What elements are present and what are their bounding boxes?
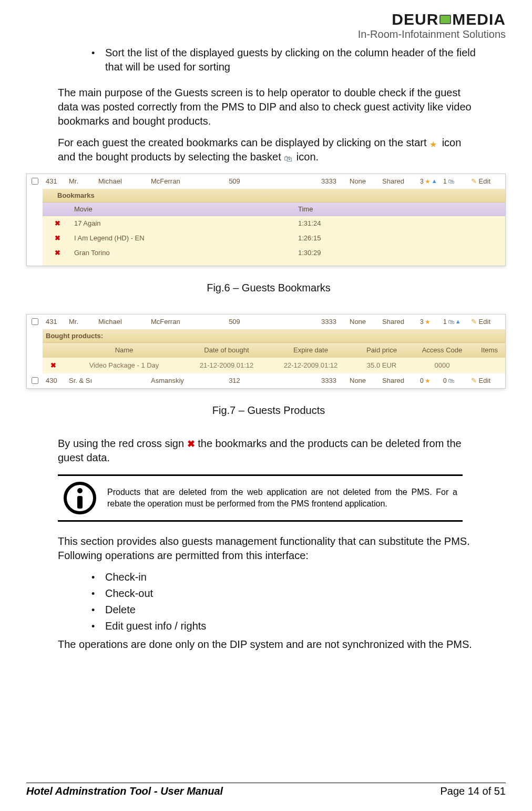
bookmark-time: 1:30:29 [298,248,403,258]
basket-icon: 🛍 [284,153,293,163]
header-logo: DEUR MEDIA In-Room-Infotainment Solution… [26,11,506,40]
svg-rect-2 [77,496,83,509]
products-badge[interactable]: 0🛍 [443,377,454,385]
para-sync-note: The operations are done only on the DIP … [58,637,479,652]
up-arrow-icon: ▲ [432,177,437,185]
bullet-sort: Sort the list of the displayed guests by… [105,46,479,74]
star-icon: ★ [425,377,431,385]
col-price[interactable]: Paid price [353,346,411,355]
guest-shared: Shared [379,177,417,186]
guest-salutation: Mr. [66,317,95,327]
bookmark-time: 1:26:15 [298,234,403,243]
para-icons: For each guest the created bookmarks can… [58,136,479,164]
delete-icon[interactable]: ✖ [43,361,64,370]
footer-title: Hotel Adminstration Tool - User Manual [26,785,223,797]
para-red-cross-a: By using the red cross sign [58,438,187,449]
edit-link[interactable]: ✎Edit [463,317,495,327]
row-checkbox[interactable] [32,377,38,384]
basket-icon: 🛍 [448,377,454,385]
up-arrow-icon: ▲ [455,318,461,326]
product-code: 0000 [411,361,474,370]
guest-room: 312 [206,376,263,386]
guest-first: Michael [95,177,148,186]
col-time[interactable]: Time [298,205,403,214]
footer-page: Page 14 of 51 [440,785,506,797]
guest-last: McFerran [148,177,206,186]
products-badge[interactable]: 1🛍▲ [443,318,461,326]
brand-tagline: In-Room-Infotainment Solutions [26,28,506,40]
pencil-icon: ✎ [471,177,477,186]
op-delete: Delete [105,603,479,617]
pencil-icon: ✎ [471,317,477,327]
guest-shared: Shared [379,376,417,386]
guest-id: 430 [43,376,66,386]
col-date[interactable]: Date of bought [185,346,269,355]
op-checkout: Check-out [105,586,479,601]
edit-link[interactable]: ✎Edit [463,177,495,186]
col-code[interactable]: Access Code [411,346,474,355]
figure-7-screenshot: 431 Mr. Michael McFerran 509 3333 None S… [26,314,506,389]
basket-icon: 🛍 [448,177,454,186]
row-checkbox[interactable] [32,318,38,325]
guest-shared: Shared [379,317,417,327]
op-edit: Edit guest info / rights [105,619,479,633]
edit-link[interactable]: ✎Edit [463,376,495,386]
col-expire[interactable]: Expire date [269,346,353,355]
guest-id: 431 [43,317,66,327]
basket-icon: 🛍 [448,318,454,326]
svg-point-1 [77,488,83,493]
bookmark-movie: I Am Legend (HD) - EN [72,234,298,243]
page-content: Sort the list of the displayed guests by… [26,46,506,652]
brand-pre: DEUR [392,11,438,28]
guest-num: 3333 [318,317,346,327]
para-icons-a: For each guest the created bookmarks can… [58,137,429,148]
product-row: ✖ Video Package - 1 Day 21-12-2009 01:12… [43,358,505,373]
col-items[interactable]: Items [474,346,505,355]
star-icon: ★ [429,139,439,148]
col-movie[interactable]: Movie [72,205,298,214]
bookmark-row: ✖ Gran Torino 1:30:29 [43,246,505,260]
products-badge[interactable]: 1🛍 [443,177,454,186]
delete-icon[interactable]: ✖ [43,219,72,228]
row-checkbox[interactable] [32,178,38,185]
bookmarks-badge[interactable]: 0★ [420,377,431,385]
guest-room: 509 [206,177,263,186]
delete-icon[interactable]: ✖ [43,234,72,243]
delete-icon[interactable]: ✖ [43,248,72,258]
product-expire: 22-12-2009 01:12 [269,361,353,370]
page-footer: Hotel Adminstration Tool - User Manual P… [26,783,506,797]
figure-7-caption: Fig.7 – Guests Products [58,403,479,418]
red-cross-icon: ✖ [187,439,195,449]
bookmark-movie: 17 Again [72,219,298,228]
star-icon: ★ [425,177,431,186]
products-section-title: Bought products: [43,329,505,343]
bookmarks-section-title: Bookmarks [43,189,505,202]
guest-salutation: Sr. & Sı [66,376,95,386]
guest-none: None [346,177,379,186]
product-date: 21-12-2009 01:12 [185,361,269,370]
para-purpose: The main purpose of the Guests screen is… [58,86,479,128]
guest-last: Asmanskiy [148,376,206,386]
figure-6-caption: Fig.6 – Guests Bookmarks [58,281,479,295]
col-name[interactable]: Name [64,346,185,355]
guest-id: 431 [43,177,66,186]
info-note: Products that are deleted from the web a… [58,474,463,522]
guest-room: 509 [206,317,263,327]
bookmarks-badge[interactable]: 3★▲ [420,177,437,186]
guest-none: None [346,317,379,327]
guest-first: Michael [95,317,148,327]
para-red-cross: By using the red cross sign ✖ the bookma… [58,437,479,465]
product-name: Video Package - 1 Day [64,361,185,370]
bookmark-movie: Gran Torino [72,248,298,258]
product-price: 35.0 EUR [353,361,411,370]
brand-name: DEUR MEDIA [392,11,506,28]
info-note-text: Products that are deleted from the web a… [107,486,457,509]
bookmarks-badge[interactable]: 3★ [420,318,431,326]
logo-box-icon [439,15,451,24]
pencil-icon: ✎ [471,376,477,386]
bookmark-row: ✖ I Am Legend (HD) - EN 1:26:15 [43,231,505,246]
para-icons-c: icon. [296,151,319,163]
guest-salutation: Mr. [66,177,95,186]
para-management: This section provides also guests manage… [58,534,479,563]
guest-none: None [346,376,379,386]
